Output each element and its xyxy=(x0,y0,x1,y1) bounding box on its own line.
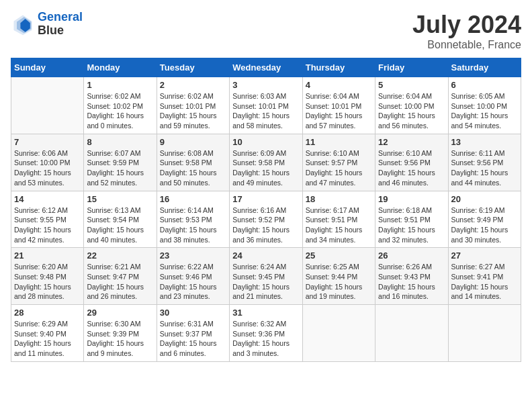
day-info: Sunrise: 6:26 AMSunset: 9:43 PMDaylight:… xyxy=(378,262,445,302)
calendar-cell: 5Sunrise: 6:04 AMSunset: 10:00 PMDayligh… xyxy=(375,77,448,134)
day-info: Sunrise: 6:30 AMSunset: 9:39 PMDaylight:… xyxy=(87,319,153,359)
day-number: 24 xyxy=(232,250,299,261)
calendar-cell: 4Sunrise: 6:04 AMSunset: 10:01 PMDayligh… xyxy=(302,77,375,134)
calendar-cell: 19Sunrise: 6:18 AMSunset: 9:51 PMDayligh… xyxy=(375,191,448,248)
day-number: 30 xyxy=(160,308,226,318)
calendar-week-row: 21Sunrise: 6:20 AMSunset: 9:48 PMDayligh… xyxy=(11,248,521,305)
calendar-cell: 3Sunrise: 6:03 AMSunset: 10:01 PMDayligh… xyxy=(230,77,302,134)
day-number: 9 xyxy=(160,137,226,147)
day-number: 23 xyxy=(160,250,226,261)
day-info: Sunrise: 6:32 AMSunset: 9:36 PMDaylight:… xyxy=(232,319,299,359)
calendar-cell: 25Sunrise: 6:25 AMSunset: 9:44 PMDayligh… xyxy=(302,248,375,305)
calendar-cell: 22Sunrise: 6:21 AMSunset: 9:47 PMDayligh… xyxy=(84,248,157,305)
day-number: 21 xyxy=(14,250,81,261)
day-info: Sunrise: 6:18 AMSunset: 9:51 PMDaylight:… xyxy=(378,205,445,245)
day-number: 12 xyxy=(378,137,445,147)
day-number: 26 xyxy=(378,250,445,261)
day-info: Sunrise: 6:22 AMSunset: 9:46 PMDaylight:… xyxy=(160,262,226,302)
calendar-header-row: SundayMondayTuesdayWednesdayThursdayFrid… xyxy=(11,58,521,77)
day-number: 29 xyxy=(87,308,153,318)
day-info: Sunrise: 6:10 AMSunset: 9:56 PMDaylight:… xyxy=(378,148,445,188)
day-number: 18 xyxy=(306,194,372,204)
calendar-cell: 12Sunrise: 6:10 AMSunset: 9:56 PMDayligh… xyxy=(375,134,448,191)
calendar-cell: 14Sunrise: 6:12 AMSunset: 9:55 PMDayligh… xyxy=(11,191,84,248)
day-info: Sunrise: 6:02 AMSunset: 10:02 PMDaylight… xyxy=(87,91,153,131)
day-info: Sunrise: 6:20 AMSunset: 9:48 PMDaylight:… xyxy=(14,262,81,302)
calendar-cell: 24Sunrise: 6:24 AMSunset: 9:45 PMDayligh… xyxy=(230,248,302,305)
day-number: 6 xyxy=(451,80,518,90)
calendar-cell: 1Sunrise: 6:02 AMSunset: 10:02 PMDayligh… xyxy=(84,77,157,134)
calendar-cell: 27Sunrise: 6:27 AMSunset: 9:41 PMDayligh… xyxy=(448,248,521,305)
day-info: Sunrise: 6:02 AMSunset: 10:01 PMDaylight… xyxy=(160,91,226,131)
day-number: 31 xyxy=(232,308,299,318)
day-info: Sunrise: 6:13 AMSunset: 9:54 PMDaylight:… xyxy=(87,205,153,245)
day-number: 15 xyxy=(87,194,153,204)
day-info: Sunrise: 6:05 AMSunset: 10:00 PMDaylight… xyxy=(451,91,518,131)
logo-text: General Blue xyxy=(38,11,83,38)
day-info: Sunrise: 6:12 AMSunset: 9:55 PMDaylight:… xyxy=(14,205,81,245)
calendar-cell: 7Sunrise: 6:06 AMSunset: 10:00 PMDayligh… xyxy=(11,134,84,191)
day-number: 2 xyxy=(160,80,226,90)
calendar-cell xyxy=(448,305,521,362)
day-info: Sunrise: 6:27 AMSunset: 9:41 PMDaylight:… xyxy=(451,262,518,302)
day-number: 10 xyxy=(232,137,299,147)
calendar-week-row: 7Sunrise: 6:06 AMSunset: 10:00 PMDayligh… xyxy=(11,134,521,191)
day-number: 19 xyxy=(378,194,445,204)
day-info: Sunrise: 6:24 AMSunset: 9:45 PMDaylight:… xyxy=(232,262,299,302)
calendar-week-row: 14Sunrise: 6:12 AMSunset: 9:55 PMDayligh… xyxy=(11,191,521,248)
day-info: Sunrise: 6:03 AMSunset: 10:01 PMDaylight… xyxy=(232,91,299,131)
month-title: July 2024 xyxy=(412,11,521,39)
day-number: 17 xyxy=(232,194,299,204)
calendar-cell: 20Sunrise: 6:19 AMSunset: 9:49 PMDayligh… xyxy=(448,191,521,248)
day-number: 7 xyxy=(14,137,81,147)
calendar-table: SundayMondayTuesdayWednesdayThursdayFrid… xyxy=(11,58,521,362)
calendar-week-row: 28Sunrise: 6:29 AMSunset: 9:40 PMDayligh… xyxy=(11,305,521,362)
day-number: 8 xyxy=(87,137,153,147)
calendar-cell: 2Sunrise: 6:02 AMSunset: 10:01 PMDayligh… xyxy=(157,77,229,134)
day-info: Sunrise: 6:14 AMSunset: 9:53 PMDaylight:… xyxy=(160,205,226,245)
day-info: Sunrise: 6:25 AMSunset: 9:44 PMDaylight:… xyxy=(306,262,372,302)
day-number: 20 xyxy=(451,194,518,204)
logo: General Blue xyxy=(11,11,83,38)
day-number: 4 xyxy=(306,80,372,90)
calendar-cell: 17Sunrise: 6:16 AMSunset: 9:52 PMDayligh… xyxy=(230,191,302,248)
calendar-cell: 9Sunrise: 6:08 AMSunset: 9:58 PMDaylight… xyxy=(157,134,229,191)
day-header-sunday: Sunday xyxy=(11,58,84,77)
day-info: Sunrise: 6:17 AMSunset: 9:51 PMDaylight:… xyxy=(306,205,372,245)
calendar-cell xyxy=(11,77,84,134)
calendar-cell: 6Sunrise: 6:05 AMSunset: 10:00 PMDayligh… xyxy=(448,77,521,134)
day-info: Sunrise: 6:11 AMSunset: 9:56 PMDaylight:… xyxy=(451,148,518,188)
day-number: 22 xyxy=(87,250,153,261)
calendar-body: 1Sunrise: 6:02 AMSunset: 10:02 PMDayligh… xyxy=(11,77,521,362)
day-header-friday: Friday xyxy=(375,58,448,77)
calendar-cell: 29Sunrise: 6:30 AMSunset: 9:39 PMDayligh… xyxy=(84,305,157,362)
day-info: Sunrise: 6:21 AMSunset: 9:47 PMDaylight:… xyxy=(87,262,153,302)
calendar-cell: 30Sunrise: 6:31 AMSunset: 9:37 PMDayligh… xyxy=(157,305,229,362)
calendar-cell: 10Sunrise: 6:09 AMSunset: 9:58 PMDayligh… xyxy=(230,134,302,191)
day-number: 27 xyxy=(451,250,518,261)
day-info: Sunrise: 6:04 AMSunset: 10:01 PMDaylight… xyxy=(306,91,372,131)
day-info: Sunrise: 6:16 AMSunset: 9:52 PMDaylight:… xyxy=(232,205,299,245)
day-header-monday: Monday xyxy=(84,58,157,77)
calendar-cell xyxy=(302,305,375,362)
day-number: 1 xyxy=(87,80,153,90)
calendar-week-row: 1Sunrise: 6:02 AMSunset: 10:02 PMDayligh… xyxy=(11,77,521,134)
day-number: 28 xyxy=(14,308,81,318)
calendar-cell: 13Sunrise: 6:11 AMSunset: 9:56 PMDayligh… xyxy=(448,134,521,191)
calendar-cell: 8Sunrise: 6:07 AMSunset: 9:59 PMDaylight… xyxy=(84,134,157,191)
day-number: 11 xyxy=(306,137,372,147)
calendar-cell: 16Sunrise: 6:14 AMSunset: 9:53 PMDayligh… xyxy=(157,191,229,248)
calendar-cell: 11Sunrise: 6:10 AMSunset: 9:57 PMDayligh… xyxy=(302,134,375,191)
day-header-tuesday: Tuesday xyxy=(157,58,229,77)
day-info: Sunrise: 6:09 AMSunset: 9:58 PMDaylight:… xyxy=(232,148,299,188)
day-header-thursday: Thursday xyxy=(302,58,375,77)
calendar-cell xyxy=(375,305,448,362)
day-info: Sunrise: 6:31 AMSunset: 9:37 PMDaylight:… xyxy=(160,319,226,359)
day-header-saturday: Saturday xyxy=(448,58,521,77)
calendar-cell: 21Sunrise: 6:20 AMSunset: 9:48 PMDayligh… xyxy=(11,248,84,305)
calendar-cell: 26Sunrise: 6:26 AMSunset: 9:43 PMDayligh… xyxy=(375,248,448,305)
calendar-cell: 15Sunrise: 6:13 AMSunset: 9:54 PMDayligh… xyxy=(84,191,157,248)
day-info: Sunrise: 6:10 AMSunset: 9:57 PMDaylight:… xyxy=(306,148,372,188)
day-info: Sunrise: 6:08 AMSunset: 9:58 PMDaylight:… xyxy=(160,148,226,188)
day-info: Sunrise: 6:19 AMSunset: 9:49 PMDaylight:… xyxy=(451,205,518,245)
